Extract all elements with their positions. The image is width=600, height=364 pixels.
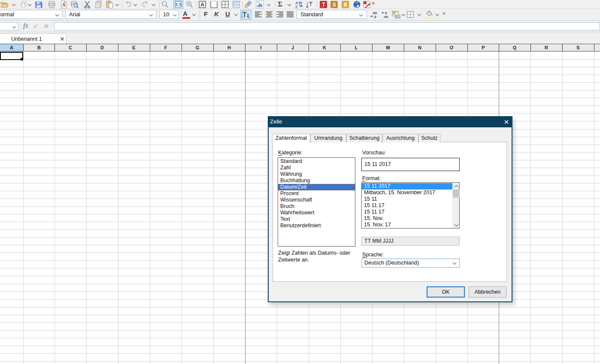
svg-text:.0: .0 xyxy=(373,15,376,19)
svg-text:T: T xyxy=(322,2,325,8)
svg-text:S: S xyxy=(333,2,336,8)
svg-text:1: 1 xyxy=(247,13,249,18)
svg-text:>=: >= xyxy=(396,15,399,18)
svg-text:B: B xyxy=(344,2,348,8)
svg-text:Z: Z xyxy=(295,5,298,9)
svg-text:.00: .00 xyxy=(383,15,388,19)
svg-text:A: A xyxy=(200,2,204,8)
